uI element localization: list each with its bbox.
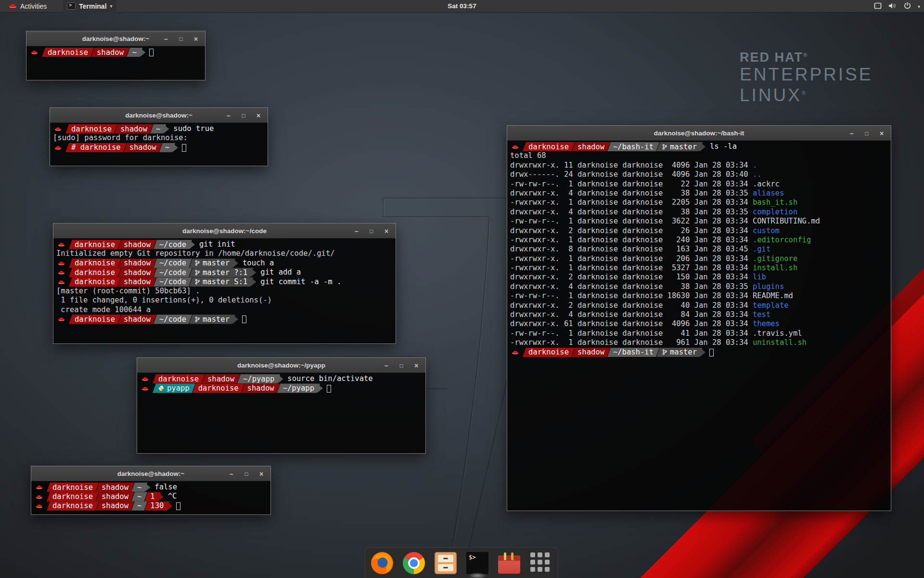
system-status-area[interactable]: ▾ <box>874 0 920 13</box>
terminal-text: test <box>753 310 770 319</box>
minimize-button[interactable]: – <box>353 228 360 235</box>
terminal-text: drwxrwxr-x. 8 darknoise darknoise 163 Ja… <box>510 245 753 254</box>
terminal-line: darknoiseshadow~/codemaster ?:1git add a <box>56 268 396 277</box>
logo-line-linux: LINUX® <box>740 84 873 105</box>
terminal-line: [sudo] password for darknoise: <box>53 133 268 143</box>
close-button[interactable]: × <box>192 36 199 42</box>
terminal-content[interactable]: darknoiseshadow~sudo true[sudo] password… <box>50 123 268 166</box>
maximize-button[interactable]: □ <box>243 471 250 477</box>
prompt-segment-user: darknoise <box>523 142 575 151</box>
terminal-window-home-1[interactable]: darknoise@shadow:~ –□× darknoiseshadow~ <box>26 31 205 80</box>
prompt-segment-dir: ~/code <box>154 268 192 277</box>
minimize-button[interactable]: – <box>383 362 390 369</box>
terminal-line: drwx------. 24 darknoise darknoise 4096 … <box>510 170 891 179</box>
prompt-segment-host: shadow <box>118 259 156 268</box>
redhat-icon <box>29 48 42 57</box>
redhat-icon <box>510 142 523 151</box>
prompt-segment-dir: ~/code <box>154 277 192 287</box>
dock-chrome-button[interactable] <box>403 552 425 574</box>
maximize-button[interactable]: □ <box>178 36 184 42</box>
terminal-line: darknoiseshadow~/codemaster S:1git commi… <box>56 277 396 287</box>
prompt-segment-user: darknoise <box>42 48 94 57</box>
window-title: darknoise@shadow:~/code <box>182 227 267 235</box>
terminal-line: -rw-rw-r--. 1 darknoise darknoise 18630 … <box>510 291 891 301</box>
redhat-icon <box>56 277 69 287</box>
terminal-window-pyapp[interactable]: darknoise@shadow:~/pyapp –□× darknoisesh… <box>137 357 426 454</box>
dock-files-button[interactable] <box>435 552 457 574</box>
prompt-segment-git: master <box>189 315 235 324</box>
terminal-line: total 68 <box>510 151 891 160</box>
minimize-button[interactable]: – <box>848 130 855 137</box>
powerline-arrow <box>700 142 706 151</box>
prompt-segment-host: shadow <box>572 142 610 151</box>
terminal-window-bash-it[interactable]: darknoise@shadow:~/bash-it –□× darknoise… <box>507 125 891 511</box>
app-menu-terminal[interactable]: Terminal ▾ <box>63 0 116 13</box>
terminal-line: -rw-rw-r--. 1 darknoise darknoise 22 Jan… <box>510 180 891 189</box>
prompt-segment-host: shadow <box>115 124 153 133</box>
titlebar[interactable]: darknoise@shadow:~/code –□× <box>53 223 396 238</box>
terminal-window-home-2[interactable]: darknoise@shadow:~ –□× darknoiseshadow~f… <box>31 466 271 515</box>
minimize-button[interactable]: – <box>163 36 169 42</box>
power-icon <box>904 2 911 11</box>
redhat-icon <box>34 501 47 511</box>
dock-toolbox-button[interactable] <box>498 552 520 574</box>
close-button[interactable]: × <box>878 130 885 137</box>
prompt-segment-venv: pyapp <box>153 383 195 393</box>
titlebar[interactable]: darknoise@shadow:~/pyapp –□× <box>137 358 425 373</box>
dock-firefox-button[interactable] <box>371 552 393 574</box>
terminal-line: [master (root-commit) 50bcb63] . <box>56 287 396 296</box>
close-button[interactable]: × <box>383 228 390 235</box>
maximize-button[interactable]: □ <box>368 228 375 235</box>
terminal-text: -rwxrwxr-x. 1 darknoise darknoise 206 Ja… <box>510 254 753 263</box>
terminal-window-sudo[interactable]: darknoise@shadow:~ –□× darknoiseshadow~s… <box>50 107 268 166</box>
prompt-segment-user: darknoise <box>47 483 99 492</box>
terminal-text: . <box>753 161 757 170</box>
prompt-segment-host: shadow <box>96 483 134 492</box>
minimize-button[interactable]: – <box>225 112 232 119</box>
terminal-content[interactable]: darknoiseshadow~ <box>26 46 205 80</box>
dock-terminal-button[interactable]: $> <box>466 552 488 574</box>
terminal-text: -rw-rw-r--. 1 darknoise darknoise 3622 J… <box>510 217 820 226</box>
terminal-text: source bin/activate <box>283 374 372 383</box>
terminal-line: drwxrwxr-x. 2 darknoise darknoise 40 Jan… <box>510 301 891 310</box>
prompt-segment-host: shadow <box>124 143 162 152</box>
terminal-text: -rw-rw-r--. 1 darknoise darknoise 22 Jan… <box>510 180 780 189</box>
prompt-segment-user: darknoise <box>65 124 117 133</box>
minimize-button[interactable]: – <box>228 471 235 477</box>
clock[interactable]: Sat 03:57 <box>448 2 476 10</box>
close-button[interactable]: × <box>258 471 265 477</box>
titlebar[interactable]: darknoise@shadow:~ –□× <box>26 31 205 46</box>
terminal-text: [sudo] password for darknoise: <box>53 133 188 143</box>
terminal-window-code[interactable]: darknoise@shadow:~/code –□× darknoisesha… <box>53 223 396 344</box>
maximize-button[interactable]: □ <box>863 130 870 137</box>
activities-button[interactable]: Activities <box>5 0 51 13</box>
titlebar[interactable]: darknoise@shadow:~ –□× <box>31 466 270 481</box>
redhat-icon <box>140 374 153 383</box>
titlebar[interactable]: darknoise@shadow:~ –□× <box>50 108 268 123</box>
maximize-button[interactable]: □ <box>240 112 247 119</box>
terminal-text: drwxrwxr-x. 11 darknoise darknoise 4096 … <box>510 161 753 170</box>
terminal-line: drwxrwxr-x. 2 darknoise darknoise 26 Jan… <box>510 226 891 236</box>
terminal-content[interactable]: darknoiseshadow~falsedarknoiseshadow~1^C… <box>31 481 270 514</box>
maximize-button[interactable]: □ <box>398 362 405 369</box>
terminal-text: create mode 100644 a <box>56 305 151 315</box>
redhat-icon <box>56 259 69 268</box>
chrome-icon <box>403 552 425 574</box>
terminal-text: Initialized empty Git repository in /hom… <box>56 249 335 258</box>
redhat-icon <box>34 483 47 492</box>
terminal-text: drwxrwxr-x. 4 darknoise darknoise 84 Jan… <box>510 310 753 319</box>
terminal-content[interactable]: darknoiseshadow~/bash-itmasterls -latota… <box>507 141 891 511</box>
prompt-segment-user: darknoise <box>69 259 121 268</box>
close-button[interactable]: × <box>255 112 262 119</box>
terminal-content[interactable]: darknoiseshadow~/codegit initInitialized… <box>53 238 396 343</box>
terminal-text: bash_it.sh <box>753 198 797 207</box>
terminal-content[interactable]: darknoiseshadow~/pyappsource bin/activat… <box>137 373 425 453</box>
dock-app-grid-button[interactable] <box>530 552 552 574</box>
terminal-text: sudo true <box>169 124 214 133</box>
terminal-line: drwxrwxr-x. 2 darknoise darknoise 150 Ja… <box>510 273 891 282</box>
terminal-text: false <box>150 483 177 492</box>
terminal-line: darknoiseshadow~/bash-itmasterls -la <box>510 142 891 151</box>
close-button[interactable]: × <box>413 362 420 369</box>
titlebar[interactable]: darknoise@shadow:~/bash-it –□× <box>507 126 891 141</box>
redhat-logo-icon <box>9 2 17 10</box>
